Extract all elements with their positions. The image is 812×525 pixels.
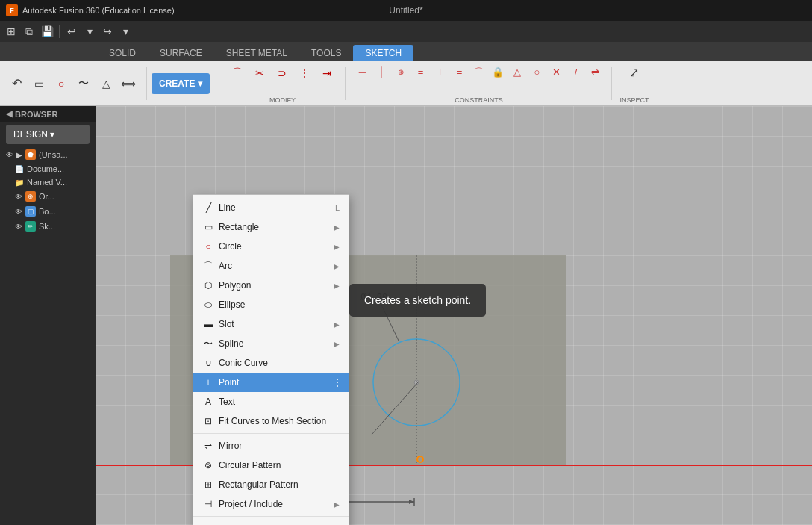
menu-item-spline[interactable]: 〜 Spline ▶	[193, 334, 349, 353]
toolbar-layers-btn[interactable]: ⧉	[21, 23, 37, 40]
menu-item-project[interactable]: ⊣ Project / Include ▶	[193, 494, 349, 514]
constraint-equal[interactable]: =	[450, 63, 468, 81]
menu-separator1	[193, 433, 349, 434]
tab-solid[interactable]: SOLID	[97, 45, 148, 61]
constraint-vertical[interactable]: │	[372, 63, 390, 81]
toolbar-redo-btn[interactable]: ↪	[99, 23, 116, 40]
svg-line-5	[372, 382, 418, 435]
ribbon-fillet[interactable]: ⌒	[227, 63, 248, 83]
constraint-triangle[interactable]: △	[508, 63, 526, 81]
ribbon-undo-curve[interactable]: ↶	[6, 74, 27, 93]
browser-label: BROWSER	[15, 110, 57, 119]
constraint-tangent[interactable]: ⌒	[469, 63, 487, 81]
menu-item-arc[interactable]: ⌒ Arc ▶	[193, 256, 349, 276]
constraint-circle2[interactable]: ○	[528, 63, 546, 81]
menu-label-text: Text	[219, 397, 340, 407]
sidebar-label-sketches: Sk...	[39, 222, 55, 231]
sidebar-item-origin[interactable]: 👁 ⊕ Or...	[0, 189, 96, 204]
ellipse-icon: ⬭	[202, 299, 214, 311]
toolbar-grid-btn[interactable]: ⊞	[3, 23, 19, 40]
create-button[interactable]: CREATE ▾	[152, 73, 210, 94]
menu-item-circular[interactable]: ⊚ Circular Pattern	[193, 456, 349, 475]
menu-item-slot[interactable]: ▬ Slot ▶	[193, 314, 349, 334]
menu-item-circle[interactable]: ○ Circle ▶	[193, 237, 349, 256]
sidebar-label-bodies: Bo...	[39, 207, 56, 216]
menu-item-rectangular[interactable]: ⊞ Rectangular Pattern	[193, 475, 349, 494]
inspect-label: INSPECT	[619, 96, 649, 104]
toolbar-sep1	[59, 25, 60, 38]
constraint-parallel[interactable]: =	[411, 63, 429, 81]
sidebar-item-named[interactable]: 📁 Named V...	[0, 175, 96, 189]
sidebar-label-origin: Or...	[39, 192, 54, 201]
constraint-coincident[interactable]: ⊕	[392, 63, 410, 81]
menu-arrow-rectangle: ▶	[334, 223, 340, 232]
tabs-row: SOLID SURFACE SHEET METAL TOOLS SKETCH	[0, 42, 812, 61]
menu-item-line[interactable]: ╱ Line L	[193, 198, 349, 217]
ribbon-triangle[interactable]: △	[96, 74, 116, 93]
eye-icon5: 👁	[15, 223, 22, 231]
tab-tools[interactable]: TOOLS	[299, 45, 353, 61]
ribbon-sketch-tools: ↶ ▭ ○ 〜 △ ⟺	[3, 63, 142, 104]
ribbon-modify-group: ⌒ ✂ ⊃ ⋮ ⇥ MODIFY	[224, 63, 340, 104]
ribbon-constraints-group: ─ │ ⊕ = ⊥ = ⌒ 🔒 △ ○ ✕ / ⇌ CONSTRAINTS	[350, 63, 607, 104]
menu-item-ellipse[interactable]: ⬭ Ellipse	[193, 295, 349, 314]
menu-item-mirror[interactable]: ⇌ Mirror	[193, 436, 349, 456]
menu-label-project: Project / Include	[219, 499, 329, 509]
ribbon-rect[interactable]: ▭	[28, 74, 49, 93]
rect-icon: ▭	[202, 221, 214, 233]
sidebar-item-document[interactable]: 📄 Docume...	[0, 162, 96, 175]
menu-item-rectangle[interactable]: ▭ Rectangle ▶	[193, 217, 349, 237]
tab-sheet-metal[interactable]: SHEET METAL	[214, 45, 299, 61]
app-name: Autodesk Fusion 360 (Education License)	[22, 6, 175, 15]
toolbar-save-btn[interactable]: 💾	[39, 23, 55, 40]
toolbar-undo-arrow[interactable]: ▾	[81, 23, 98, 40]
ribbon-inspect-group: ⤢ INSPECT	[616, 63, 652, 104]
menu-label-arc: Arc	[219, 261, 329, 271]
sidebar-item-unsaved[interactable]: 👁 ▶ ⬟ (Unsa...	[0, 147, 96, 162]
ribbon-dim[interactable]: ⟺	[118, 74, 139, 93]
menu-item-dimension[interactable]: ⟺ Sketch Dimension D	[193, 519, 349, 525]
inspect-btn[interactable]: ⤢	[624, 63, 645, 83]
sidebar-item-bodies[interactable]: 👁 ▢ Bo...	[0, 204, 96, 219]
menu-arrow-polygon: ▶	[334, 282, 340, 290]
tab-surface[interactable]: SURFACE	[148, 45, 214, 61]
constraint-fix[interactable]: 🔒	[489, 63, 507, 81]
toolbar-undo-btn[interactable]: ↩	[63, 23, 80, 40]
constraint-slash[interactable]: /	[566, 63, 584, 81]
menu-item-point[interactable]: + Point ⋮	[193, 373, 349, 392]
menu-label-spline: Spline	[219, 338, 329, 349]
menu-item-fitcurves[interactable]: ⊡ Fit Curves to Mesh Section	[193, 411, 349, 431]
doc-title: Untitled*	[389, 0, 422, 21]
menu-arrow-circle: ▶	[334, 243, 340, 251]
constraint-horizontal[interactable]: ─	[353, 63, 371, 81]
ribbon-offset[interactable]: ⇥	[316, 63, 337, 83]
tab-sketch[interactable]: SKETCH	[353, 45, 413, 61]
constraint-sym[interactable]: ⇌	[586, 63, 604, 81]
spline-icon: 〜	[202, 338, 214, 350]
ribbon-extend[interactable]: ⊃	[272, 63, 293, 83]
menu-label-rectangular: Rectangular Pattern	[219, 479, 340, 490]
create-arrow: ▾	[198, 78, 202, 89]
point-icon: +	[202, 376, 214, 388]
ribbon-spline[interactable]: 〜	[73, 74, 94, 93]
menu-label-line: Line	[219, 202, 331, 213]
constraint-perpendicular[interactable]: ⊥	[431, 63, 449, 81]
ribbon-mirror2[interactable]: ⋮	[294, 63, 315, 83]
canvas[interactable]: Ø4.90 Ø4.90 8.00 ╱ Line L ▭ Rectangle	[96, 106, 812, 525]
ribbon-circle[interactable]: ○	[51, 74, 72, 93]
design-button[interactable]: DESIGN ▾	[6, 125, 90, 144]
mirror-icon: ⇌	[202, 440, 214, 452]
item-icon-unsaved: ⬟	[25, 149, 36, 160]
menu-item-text[interactable]: A Text	[193, 392, 349, 411]
browser-header[interactable]: ◀ BROWSER	[0, 106, 96, 122]
toolbar-redo-arrow[interactable]: ▾	[117, 23, 134, 40]
sidebar: ◀ BROWSER DESIGN ▾ 👁 ▶ ⬟ (Unsa... 📄 Docu…	[0, 106, 96, 525]
constraint-x[interactable]: ✕	[547, 63, 565, 81]
menu-arrow-spline: ▶	[334, 340, 340, 348]
sidebar-item-sketches[interactable]: 👁 ✏ Sk...	[0, 219, 96, 234]
menu-item-conic[interactable]: ∪ Conic Curve	[193, 353, 349, 373]
menu-item-polygon[interactable]: ⬡ Polygon ▶	[193, 276, 349, 295]
menu-label-point: Point	[219, 377, 340, 388]
ribbon-trim[interactable]: ✂	[249, 63, 270, 83]
menu-arrow-arc: ▶	[334, 262, 340, 270]
